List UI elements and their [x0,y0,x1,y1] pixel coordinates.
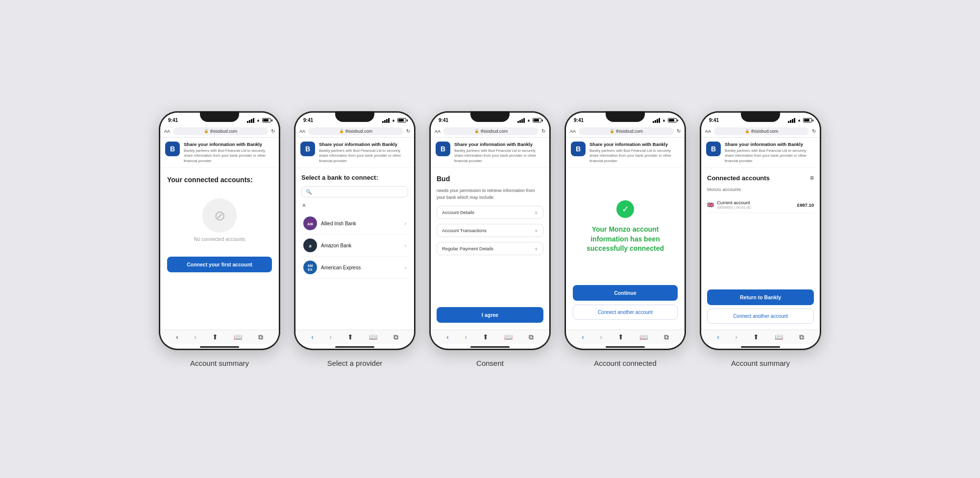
url-refresh-4[interactable]: ↻ [677,128,681,134]
url-refresh-2[interactable]: ↻ [406,128,410,134]
nav-share-5[interactable]: ⬆ [753,333,759,341]
url-lock-2: 🔒 [339,129,344,133]
screen5-col: 9:41 ▲ [700,111,821,367]
s1-title: Your connected accounts: [167,176,253,184]
nav-back-4[interactable]: ‹ [582,333,584,341]
s2-search-box[interactable]: 🔍 [301,186,408,197]
svg-text:a: a [309,242,312,248]
nav-share-4[interactable]: ⬆ [618,333,624,341]
return-to-bankly-button[interactable]: Return to Bankly [707,289,814,305]
nav-bookmarks-4[interactable]: 📖 [639,333,648,341]
page-wrapper: 9:41 ▲ [24,111,956,367]
notch-3 [470,111,510,122]
home-indicator-2 [335,346,374,348]
signal-bars-3 [517,118,525,123]
notch-1 [200,111,239,122]
bank-item-amex[interactable]: AMEX American Express › [301,257,408,279]
phone-5: 9:41 ▲ [700,111,821,350]
nav-share-1[interactable]: ⬆ [212,333,218,341]
status-icons-3: ▲ [517,118,541,123]
account-left: 🇬🇧 Current account 10000001 | 00-01-02 [707,200,751,210]
s1-empty-text: No connected accounts [194,237,245,242]
s3-permission-account-details[interactable]: Account Details ∨ [437,206,543,219]
s3-app-name: Bud [437,175,543,183]
url-aa-5: AA [705,129,711,134]
nav-forward-2[interactable]: › [329,333,332,341]
phone-2: 9:41 ▲ [294,111,416,350]
nav-tabs-1[interactable]: ⧉ [258,333,263,341]
battery-icon-4 [668,118,677,122]
url-domain-2: thisisbud.com [345,129,372,134]
s1-empty-circle: ⊘ [202,198,237,233]
connect-another-button-5[interactable]: Connect another account [707,309,814,324]
monzo-account-item: 🇬🇧 Current account 10000001 | 00-01-02 £… [707,197,814,213]
s2-section-a: A [301,202,408,208]
url-refresh-5[interactable]: ↻ [812,128,816,134]
bud-header-2: B Share your information with Bankly Ban… [295,138,414,168]
notch-2 [335,111,374,122]
bud-logo-2: B [300,142,315,156]
bank-item-aib[interactable]: AIB Allied Irish Bank › [301,213,408,235]
status-time-3: 9:41 [439,118,448,123]
nav-tabs-5[interactable]: ⧉ [799,333,804,341]
s3-permission-transactions[interactable]: Account Transactions ∨ [437,224,543,237]
nav-tabs-3[interactable]: ⧉ [529,333,534,341]
battery-icon-1 [262,118,271,122]
nav-forward-1[interactable]: › [194,333,196,341]
battery-fill-1 [263,119,269,121]
phone-inner-2: 9:41 ▲ [295,113,414,349]
continue-button[interactable]: Continue [573,285,678,301]
url-refresh-3[interactable]: ↻ [541,128,545,134]
bank-item-amazon[interactable]: a Amazon Bank › [301,235,408,257]
s3-permission-regular-payments[interactable]: Regular Payment Details ∨ [437,242,543,255]
screen4-label: Account connected [594,359,657,367]
search-icon: 🔍 [306,189,312,194]
wifi-icon-1: ▲ [256,118,260,122]
status-icons-5: ▲ [788,118,812,123]
url-domain-5: thisisbud.com [751,129,778,134]
nav-tabs-4[interactable]: ⧉ [664,333,669,341]
status-icons-2: ▲ [382,118,406,123]
connect-another-button-4[interactable]: Connect another account [573,305,678,320]
nav-back-3[interactable]: ‹ [446,333,449,341]
connect-first-account-button[interactable]: Connect your first account [167,257,272,272]
nav-back-5[interactable]: ‹ [717,333,719,341]
nav-back-2[interactable]: ‹ [311,333,314,341]
phone-1: 9:41 ▲ [159,111,280,350]
screen5-label: Account summary [731,359,790,367]
nav-share-2[interactable]: ⬆ [347,333,353,341]
nav-bookmarks-2[interactable]: 📖 [369,333,377,341]
bud-desc-1: Bankly partners with Bud Financial Ltd t… [184,148,274,164]
s2-bank-list: AIB Allied Irish Bank › a Amazon Bank [301,213,408,279]
status-time-2: 9:41 [303,118,313,123]
nav-share-3[interactable]: ⬆ [483,333,489,341]
nav-back-1[interactable]: ‹ [176,333,178,341]
nav-bookmarks-1[interactable]: 📖 [234,333,242,341]
signal-bar-3 [251,119,252,123]
i-agree-button[interactable]: I agree [437,307,543,323]
bud-logo-3: B [436,142,450,156]
amex-name: American Express [321,265,401,270]
bud-header-3: B Share your information with Bankly Ban… [431,138,549,168]
url-refresh-1[interactable]: ↻ [271,128,275,134]
s3-permission-label-1: Account Details [442,210,474,215]
nav-tabs-2[interactable]: ⧉ [393,333,398,341]
nav-bookmarks-3[interactable]: 📖 [504,333,513,341]
nav-bookmarks-5[interactable]: 📖 [775,333,783,341]
s5-section-label: Monzo accounts [707,187,814,192]
hamburger-menu-icon[interactable]: ≡ [810,174,814,182]
account-name: Current account [717,200,751,205]
nav-forward-3[interactable]: › [465,333,467,341]
screen1-col: 9:41 ▲ [159,111,280,367]
battery-icon-2 [397,118,406,122]
nav-forward-4[interactable]: › [600,333,602,341]
bud-desc-4: Bankly partners with Bud Financial Ltd t… [589,148,680,164]
nav-forward-5[interactable]: › [735,333,737,341]
signal-bar-2 [249,120,250,123]
home-indicator-3 [470,346,510,348]
account-name-group: Current account 10000001 | 00-01-02 [717,200,751,210]
home-indicator-5 [741,346,780,348]
bud-title-5: Share your information with Bankly [725,142,815,147]
amex-chevron: › [405,265,406,270]
browser-bottom-4: ‹ › ⬆ 📖 ⧉ [566,330,685,344]
